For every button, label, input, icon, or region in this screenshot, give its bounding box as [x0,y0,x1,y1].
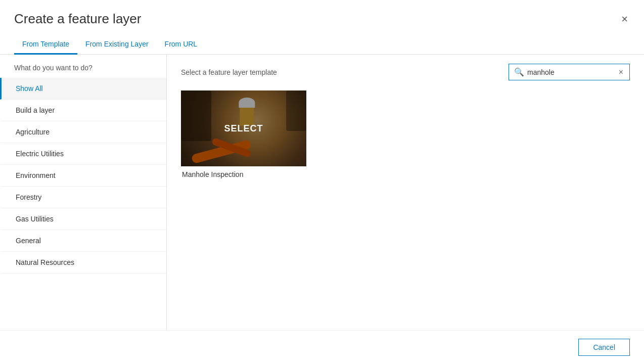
template-thumbnail: SELECT [181,90,306,166]
select-overlay: SELECT [181,90,306,166]
sidebar-item-show-all[interactable]: Show All [0,78,166,100]
search-input[interactable] [527,68,618,76]
select-badge: SELECT [224,123,263,134]
sidebar-item-forestry[interactable]: Forestry [0,187,166,208]
left-panel: What do you want to do? Show All Build a… [0,55,167,330]
cancel-button[interactable]: Cancel [578,339,630,356]
tab-from-template[interactable]: From Template [14,35,77,55]
search-clear-button[interactable]: × [618,68,624,76]
right-panel-header: Select a feature layer template [181,68,277,76]
modal-title: Create a feature layer [14,11,141,27]
sidebar-item-build-a-layer[interactable]: Build a layer [0,100,166,121]
tabs-bar: From Template From Existing Layer From U… [0,35,644,55]
template-grid: SELECT Manhole Inspection [181,90,630,178]
close-button[interactable]: × [619,12,630,27]
left-panel-header: What do you want to do? [0,55,166,78]
tab-from-url[interactable]: From URL [157,35,206,55]
sidebar-item-natural-resources[interactable]: Natural Resources [0,252,166,274]
template-card-manhole-inspection[interactable]: SELECT Manhole Inspection [181,90,306,178]
right-panel: Select a feature layer template 🔍 × [167,55,644,330]
sidebar-list: Show All Build a layer Agriculture Elect… [0,78,166,330]
template-name: Manhole Inspection [181,170,306,178]
content-area: What do you want to do? Show All Build a… [0,55,644,330]
search-box: 🔍 × [509,64,630,80]
sidebar-item-agriculture[interactable]: Agriculture [0,121,166,143]
sidebar-item-gas-utilities[interactable]: Gas Utilities [0,208,166,230]
tab-from-existing-layer[interactable]: From Existing Layer [77,35,156,55]
search-icon: 🔍 [514,67,524,77]
modal: Create a feature layer × From Template F… [0,0,644,364]
modal-header: Create a feature layer × [0,0,644,27]
sidebar-item-environment[interactable]: Environment [0,165,166,187]
right-panel-top: Select a feature layer template 🔍 × [181,64,630,80]
modal-footer: Cancel [0,330,644,364]
sidebar-item-general[interactable]: General [0,230,166,252]
sidebar-item-electric-utilities[interactable]: Electric Utilities [0,143,166,165]
